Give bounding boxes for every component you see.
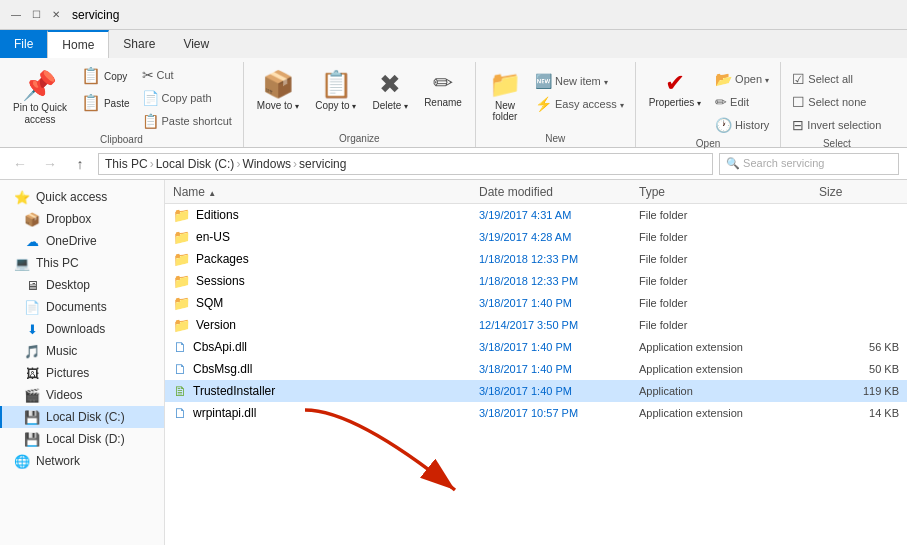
select-none-button[interactable]: ☐ Select none	[787, 91, 886, 113]
invert-selection-button[interactable]: ⊟ Invert selection	[787, 114, 886, 136]
ribbon-group-clipboard: 📌 Pin to Quickaccess 📋 Copy 📋 Paste ✂ Cu…	[0, 62, 244, 147]
minimize-icon[interactable]: —	[8, 7, 24, 23]
file-name-version: 📁 Version	[173, 317, 479, 333]
cut-button[interactable]: ✂ Cut	[137, 64, 237, 86]
sidebar-item-localc[interactable]: 💾 Local Disk (C:)	[0, 406, 164, 428]
new-item-button[interactable]: 🆕 New item ▾	[530, 70, 629, 92]
file-row-editions[interactable]: 📁 Editions 3/19/2017 4:31 AM File folder	[165, 204, 907, 226]
sidebar-item-pictures[interactable]: 🖼 Pictures	[0, 362, 164, 384]
file-row-packages[interactable]: 📁 Packages 1/18/2018 12:33 PM File folde…	[165, 248, 907, 270]
col-name[interactable]: Name ▲	[173, 185, 479, 199]
file-row-enus[interactable]: 📁 en-US 3/19/2017 4:28 AM File folder	[165, 226, 907, 248]
sidebar-label-dropbox: Dropbox	[46, 212, 91, 226]
search-box[interactable]: 🔍 Search servicing	[719, 153, 899, 175]
copy-label: Copy	[104, 71, 127, 83]
sidebar-item-videos[interactable]: 🎬 Videos	[0, 384, 164, 406]
sidebar-item-dropbox[interactable]: 📦 Dropbox	[0, 208, 164, 230]
new-folder-button[interactable]: 📁 Newfolder	[482, 64, 528, 127]
pin-to-quick-access-button[interactable]: 📌 Pin to Quickaccess	[6, 64, 74, 131]
date-sqm: 3/18/2017 1:40 PM	[479, 297, 639, 309]
folder-icon-sqm: 📁	[173, 295, 190, 311]
filename-packages: Packages	[196, 252, 249, 266]
ribbon-group-organize: 📦 Move to ▾ 📋 Copy to ▾ ✖ Delete ▾ ✏ Ren…	[244, 62, 476, 147]
filename-enus: en-US	[196, 230, 230, 244]
forward-button[interactable]: →	[38, 152, 62, 176]
type-sqm: File folder	[639, 297, 819, 309]
sidebar-item-thispc[interactable]: 💻 This PC	[0, 252, 164, 274]
size-trustedinstaller: 119 KB	[819, 385, 899, 397]
maximize-icon[interactable]: ☐	[28, 7, 44, 23]
paste-shortcut-button[interactable]: 📋 Paste shortcut	[137, 110, 237, 132]
select-all-label: Select all	[808, 73, 853, 85]
copy-path-button[interactable]: 📄 Copy path	[137, 87, 237, 109]
invert-label: Invert selection	[807, 119, 881, 131]
edit-button[interactable]: ✏ Edit	[710, 91, 774, 113]
file-row-wrpintapi[interactable]: 🗋 wrpintapi.dll 3/18/2017 10:57 PM Appli…	[165, 402, 907, 424]
date-cbsapi: 3/18/2017 1:40 PM	[479, 341, 639, 353]
copy-button[interactable]: 📋 Copy	[76, 64, 135, 90]
properties-button[interactable]: ✔ Properties ▾	[642, 64, 708, 113]
history-button[interactable]: 🕐 History	[710, 114, 774, 136]
col-type[interactable]: Type	[639, 185, 819, 199]
open-col: 📂 Open ▾ ✏ Edit 🕐 History	[710, 64, 774, 136]
sidebar-item-music[interactable]: 🎵 Music	[0, 340, 164, 362]
select-all-button[interactable]: ☑ Select all	[787, 68, 886, 90]
file-row-cbsapi[interactable]: 🗋 CbsApi.dll 3/18/2017 1:40 PM Applicati…	[165, 336, 907, 358]
copy-icon: 📋	[81, 68, 101, 84]
organize-group-label: Organize	[250, 131, 469, 147]
copy-to-button[interactable]: 📋 Copy to ▾	[308, 64, 363, 116]
sidebar-item-onedrive[interactable]: ☁ OneDrive	[0, 230, 164, 252]
sidebar-item-documents[interactable]: 📄 Documents	[0, 296, 164, 318]
easy-access-button[interactable]: ⚡ Easy access ▾	[530, 93, 629, 115]
rename-button[interactable]: ✏ Rename	[417, 64, 469, 113]
file-row-sqm[interactable]: 📁 SQM 3/18/2017 1:40 PM File folder	[165, 292, 907, 314]
file-row-cbsmsg[interactable]: 🗋 CbsMsg.dll 3/18/2017 1:40 PM Applicati…	[165, 358, 907, 380]
sidebar-item-locald[interactable]: 💾 Local Disk (D:)	[0, 428, 164, 450]
delete-button[interactable]: ✖ Delete ▾	[365, 64, 415, 116]
path-servicing: servicing	[299, 157, 346, 171]
up-button[interactable]: ↑	[68, 152, 92, 176]
pictures-icon: 🖼	[24, 365, 40, 381]
title-bar: — ☐ ✕ servicing	[0, 0, 907, 30]
filename-editions: Editions	[196, 208, 239, 222]
path-localc: Local Disk (C:)	[156, 157, 235, 171]
file-row-version[interactable]: 📁 Version 12/14/2017 3:50 PM File folder	[165, 314, 907, 336]
tab-view[interactable]: View	[169, 30, 223, 58]
sidebar-item-network[interactable]: 🌐 Network	[0, 450, 164, 472]
col-size[interactable]: Size	[819, 185, 899, 199]
sidebar-label-thispc: This PC	[36, 256, 79, 270]
folder-icon-enus: 📁	[173, 229, 190, 245]
ribbon-group-new: 📁 Newfolder 🆕 New item ▾ ⚡ Easy access ▾…	[476, 62, 636, 147]
size-cbsmsg: 50 KB	[819, 363, 899, 375]
date-editions: 3/19/2017 4:31 AM	[479, 209, 639, 221]
close-icon[interactable]: ✕	[48, 7, 64, 23]
move-to-button[interactable]: 📦 Move to ▾	[250, 64, 306, 116]
sidebar-item-quickaccess[interactable]: ⭐ Quick access	[0, 186, 164, 208]
sidebar-label-music: Music	[46, 344, 77, 358]
sidebar-item-downloads[interactable]: ⬇ Downloads	[0, 318, 164, 340]
filename-trustedinstaller: TrustedInstaller	[193, 384, 275, 398]
file-row-trustedinstaller[interactable]: 🗎 TrustedInstaller 3/18/2017 1:40 PM App…	[165, 380, 907, 402]
dll-icon-wrpintapi: 🗋	[173, 405, 187, 421]
cut-col: ✂ Cut 📄 Copy path 📋 Paste shortcut	[137, 64, 237, 132]
tab-share[interactable]: Share	[109, 30, 169, 58]
tab-home[interactable]: Home	[47, 30, 109, 58]
filename-cbsapi: CbsApi.dll	[193, 340, 247, 354]
ribbon-tabs: File Home Share View	[0, 30, 907, 58]
type-sessions: File folder	[639, 275, 819, 287]
address-path[interactable]: This PC › Local Disk (C:) › Windows › se…	[98, 153, 713, 175]
paste-icon: 📋	[81, 95, 101, 111]
folder-icon-version: 📁	[173, 317, 190, 333]
file-row-sessions[interactable]: 📁 Sessions 1/18/2018 12:33 PM File folde…	[165, 270, 907, 292]
back-button[interactable]: ←	[8, 152, 32, 176]
tab-file[interactable]: File	[0, 30, 47, 58]
sidebar-item-desktop[interactable]: 🖥 Desktop	[0, 274, 164, 296]
open-button[interactable]: 📂 Open ▾	[710, 68, 774, 90]
select-items: ☑ Select all ☐ Select none ⊟ Invert sele…	[787, 64, 886, 136]
title-bar-icons: — ☐ ✕	[8, 7, 64, 23]
date-enus: 3/19/2017 4:28 AM	[479, 231, 639, 243]
col-date[interactable]: Date modified	[479, 185, 639, 199]
new-item-label: New item ▾	[555, 75, 608, 87]
pin-icon: 📌	[22, 69, 57, 102]
paste-button[interactable]: 📋 Paste	[76, 91, 135, 117]
